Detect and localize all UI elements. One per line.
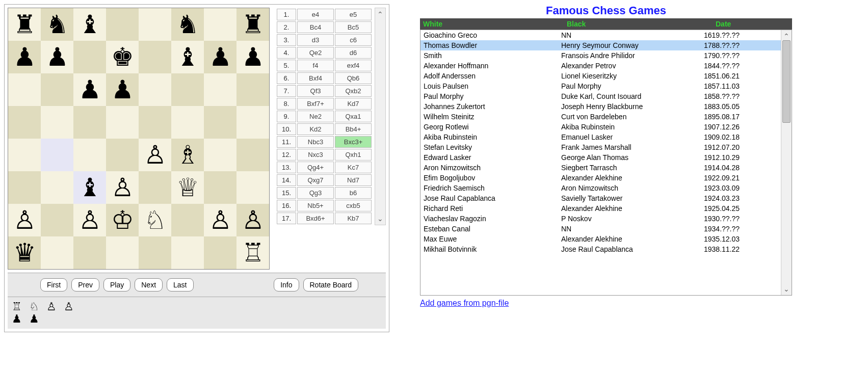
- move-white[interactable]: Nbc3: [297, 136, 334, 148]
- square[interactable]: ♞: [41, 8, 73, 41]
- square[interactable]: [41, 106, 73, 139]
- square[interactable]: [139, 8, 171, 41]
- move-black[interactable]: d6: [335, 47, 372, 59]
- move-white[interactable]: Qxg7: [297, 174, 334, 186]
- play-button[interactable]: Play: [103, 278, 130, 291]
- move-black[interactable]: exf4: [335, 60, 372, 71]
- square[interactable]: [204, 139, 236, 171]
- game-row[interactable]: Stefan LevitskyFrank James Marshall1912.…: [420, 142, 781, 152]
- move-black[interactable]: Kb7: [335, 212, 372, 224]
- square[interactable]: ♕: [171, 171, 204, 204]
- move-white[interactable]: Qg3: [297, 187, 334, 199]
- square[interactable]: ♘: [139, 204, 171, 236]
- move-black[interactable]: e5: [335, 9, 372, 20]
- square[interactable]: ♟: [236, 41, 269, 73]
- square[interactable]: ♜: [236, 8, 269, 41]
- game-row[interactable]: Mikhail BotvinnikJose Raul Capablanca193…: [420, 244, 781, 254]
- square[interactable]: [204, 236, 236, 269]
- move-white[interactable]: Bxf4: [297, 72, 334, 84]
- info-button[interactable]: Info: [274, 278, 299, 291]
- game-row[interactable]: Viacheslav RagozinP Noskov1930.??.??: [420, 214, 781, 224]
- square[interactable]: ♟: [41, 41, 73, 73]
- square[interactable]: [171, 73, 204, 106]
- move-white[interactable]: f4: [297, 60, 334, 71]
- move-black[interactable]: Bxc3+: [335, 136, 372, 148]
- square[interactable]: [204, 106, 236, 139]
- square[interactable]: [106, 236, 139, 269]
- move-black[interactable]: Qb6: [335, 72, 372, 84]
- move-white[interactable]: Bc4: [297, 21, 334, 33]
- game-row[interactable]: Thomas BowdlerHenry Seymour Conway1788.?…: [420, 40, 781, 50]
- game-row[interactable]: Akiba RubinsteinEmanuel Lasker1909.02.18: [420, 132, 781, 142]
- scroll-down-icon[interactable]: ⌄: [377, 215, 383, 223]
- square[interactable]: [106, 106, 139, 139]
- square[interactable]: [8, 73, 41, 106]
- game-row[interactable]: Alexander HoffmannAlexander Petrov1844.?…: [420, 61, 781, 71]
- move-black[interactable]: Qxb2: [335, 85, 372, 97]
- square[interactable]: ♖: [236, 236, 269, 269]
- move-white[interactable]: Qg4+: [297, 162, 334, 173]
- move-white[interactable]: Kd2: [297, 123, 334, 135]
- add-games-link[interactable]: Add games from pgn-file: [420, 299, 509, 308]
- square[interactable]: ♟: [106, 73, 139, 106]
- square[interactable]: ♙: [139, 139, 171, 171]
- square[interactable]: [139, 73, 171, 106]
- move-black[interactable]: Qxa1: [335, 111, 372, 122]
- move-white[interactable]: Nb5+: [297, 200, 334, 211]
- square[interactable]: ♙: [73, 204, 106, 236]
- square[interactable]: [171, 236, 204, 269]
- square[interactable]: ♙: [8, 204, 41, 236]
- game-row[interactable]: Louis PaulsenPaul Morphy1857.11.03: [420, 81, 781, 91]
- square[interactable]: [41, 171, 73, 204]
- game-row[interactable]: Edward LaskerGeorge Alan Thomas1912.10.2…: [420, 152, 781, 163]
- move-black[interactable]: c6: [335, 34, 372, 46]
- game-row[interactable]: Friedrich SaemischAron Nimzowitsch1923.0…: [420, 183, 781, 193]
- square[interactable]: ♜: [8, 8, 41, 41]
- square[interactable]: [8, 106, 41, 139]
- square[interactable]: [41, 204, 73, 236]
- square[interactable]: [41, 73, 73, 106]
- first-button[interactable]: First: [40, 278, 67, 291]
- next-button[interactable]: Next: [135, 278, 163, 291]
- game-row[interactable]: Georg RotlewiAkiba Rubinstein1907.12.26: [420, 122, 781, 132]
- move-white[interactable]: Ne2: [297, 111, 334, 122]
- move-white[interactable]: Bxf7+: [297, 98, 334, 110]
- game-row[interactable]: Richard RetiAlexander Alekhine1925.04.25: [420, 203, 781, 214]
- move-black[interactable]: b6: [335, 187, 372, 199]
- square[interactable]: ♞: [171, 8, 204, 41]
- square[interactable]: ♗: [171, 139, 204, 171]
- scroll-down-icon[interactable]: ⌄: [783, 285, 790, 293]
- move-white[interactable]: Qf3: [297, 85, 334, 97]
- square[interactable]: [236, 73, 269, 106]
- move-black[interactable]: Qxh1: [335, 149, 372, 161]
- square[interactable]: [73, 41, 106, 73]
- move-black[interactable]: Kc7: [335, 162, 372, 173]
- square[interactable]: ♝: [171, 41, 204, 73]
- square[interactable]: [8, 171, 41, 204]
- square[interactable]: ♟: [73, 73, 106, 106]
- square[interactable]: [236, 171, 269, 204]
- square[interactable]: [41, 236, 73, 269]
- game-row[interactable]: Aron NimzowitschSiegbert Tarrasch1914.04…: [420, 163, 781, 173]
- square[interactable]: ♔: [106, 204, 139, 236]
- square[interactable]: ♟: [204, 41, 236, 73]
- square[interactable]: ♝: [73, 8, 106, 41]
- game-row[interactable]: Adolf AnderssenLionel Kieseritzky1851.06…: [420, 71, 781, 81]
- square[interactable]: [171, 204, 204, 236]
- square[interactable]: [106, 139, 139, 171]
- square[interactable]: [204, 171, 236, 204]
- square[interactable]: [139, 171, 171, 204]
- square[interactable]: [41, 139, 73, 171]
- game-row[interactable]: Max EuweAlexander Alekhine1935.12.03: [420, 234, 781, 244]
- square[interactable]: [236, 106, 269, 139]
- square[interactable]: ♚: [106, 41, 139, 73]
- game-row[interactable]: Wilhelm SteinitzCurt von Bardeleben1895.…: [420, 112, 781, 122]
- square[interactable]: [73, 236, 106, 269]
- square[interactable]: ♙: [236, 204, 269, 236]
- game-row[interactable]: Jose Raul CapablancaSavielly Tartakower1…: [420, 193, 781, 203]
- move-black[interactable]: Bb4+: [335, 123, 372, 135]
- scrollbar-thumb[interactable]: [782, 40, 791, 123]
- game-row[interactable]: Paul MorphyDuke Karl, Count Isouard1858.…: [420, 91, 781, 101]
- move-white[interactable]: d3: [297, 34, 334, 46]
- square[interactable]: [204, 8, 236, 41]
